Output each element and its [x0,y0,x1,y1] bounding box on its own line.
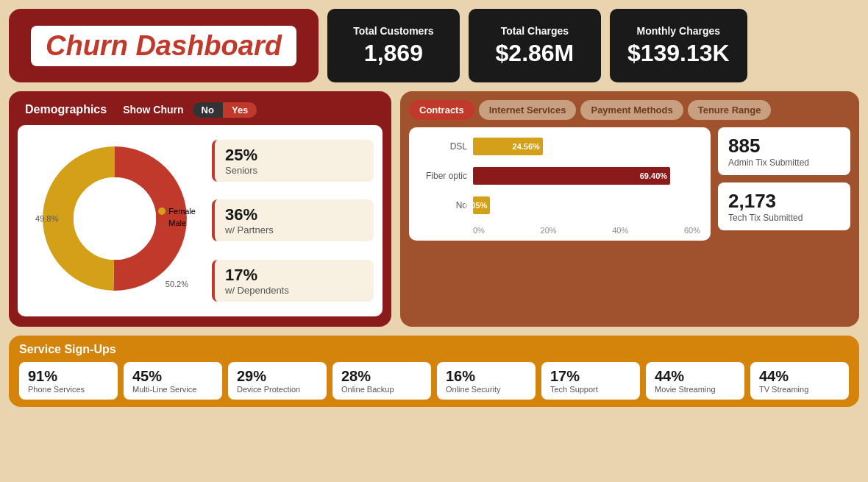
service-pct-1: 45% [132,368,213,385]
show-churn-toggle[interactable]: No Yes [193,102,257,118]
admin-tix-num: 885 [728,135,840,157]
bar-no-text: 6.05% [464,201,487,210]
service-card-1: 45% Multi-Line Service [124,362,222,400]
x-60: 60% [684,226,700,235]
service-card-5: 17% Tech Support [541,362,640,400]
total-charges-label: Total Charges [501,25,569,37]
dependents-stat: 17% w/ Dependents [212,260,374,302]
service-pct-5: 17% [550,368,631,385]
middle-row: Demographics Show Churn No Yes 49.8% 50.… [9,91,859,327]
bar-no: No 6.05% [419,196,700,214]
title-card: Churn Dashboard [9,9,319,82]
service-name-0: Phone Services [28,385,109,394]
monthly-charges-value: $139.13K [627,40,730,67]
total-charges-value: $2.86M [496,40,574,67]
right-stats: 885 Admin Tix Submitted 2,173 Tech Tix S… [718,127,850,241]
bar-fiber-track: 69.40% [473,167,700,185]
seniors-stat: 25% Seniors [212,140,374,182]
tab-internet-services[interactable]: Internet Services [479,100,577,120]
total-customers-card: Total Customers 1,869 [327,9,460,82]
donut-female-label: 49.8% [35,214,58,223]
service-name-7: TV Streaming [759,385,840,394]
show-churn-label: Show Churn [123,104,183,116]
service-card-6: 44% Movie Streaming [646,362,744,400]
service-signups-title: Service Sign-Ups [19,343,849,356]
male-label: Male [168,219,186,227]
dashboard-title: Churn Dashboard [31,26,296,66]
partners-desc: w/ Partners [225,224,363,235]
service-pct-7: 44% [759,368,840,385]
bar-fiber-fill: 69.40% [473,167,670,185]
dependents-desc: w/ Dependents [225,285,363,296]
female-label: Female [168,207,196,216]
service-name-4: Online Security [446,385,527,394]
right-content: DSL 24.56% Fiber optic 69.40% [409,127,850,241]
monthly-charges-label: Monthly Charges [637,25,721,37]
service-card-3: 28% Online Backup [332,362,431,400]
service-row: 91% Phone Services 45% Multi-Line Servic… [19,362,849,400]
service-card-2: 29% Device Protection [228,362,327,400]
legend-female: Female [158,207,196,216]
admin-tix-box: 885 Admin Tix Submitted [718,127,850,175]
bar-dsl-fill: 24.56% [473,138,543,155]
admin-tix-desc: Admin Tix Submitted [728,157,840,168]
x-0: 0% [473,226,485,235]
total-customers-label: Total Customers [353,25,433,37]
service-card-7: 44% TV Streaming [750,362,849,400]
service-pct-3: 28% [341,368,422,385]
service-card-4: 16% Online Security [437,362,536,400]
tab-tenure-range[interactable]: Tenure Range [688,100,772,120]
toggle-no-button[interactable]: No [193,102,223,118]
female-dot [158,208,166,215]
service-name-1: Multi-Line Service [132,385,213,394]
legend-male: Male [158,219,196,227]
bar-no-track: 6.05% [473,196,700,214]
bar-no-fill: 6.05% [473,196,490,214]
toggle-yes-button[interactable]: Yes [223,102,257,118]
x-40: 40% [612,226,628,235]
tab-payment-methods[interactable]: Payment Methods [580,100,683,120]
bar-fiber-label: Fiber optic [419,171,467,181]
svg-point-2 [74,177,156,260]
partners-pct: 36% [225,205,363,224]
donut-male-label: 50.2% [166,280,188,288]
partners-stat: 36% w/ Partners [212,199,374,241]
donut-legend: Female Male [158,207,196,230]
header-row: Churn Dashboard Total Customers 1,869 To… [9,9,859,82]
x-axis: 0% 20% 40% 60% [419,226,700,235]
service-signups-panel: Service Sign-Ups 91% Phone Services 45% … [9,336,859,407]
service-pct-2: 29% [237,368,318,385]
bar-dsl: DSL 24.56% [419,138,700,155]
service-name-5: Tech Support [550,385,631,394]
seniors-pct: 25% [225,146,363,165]
service-pct-4: 16% [446,368,527,385]
internet-panel: Contracts Internet Services Payment Meth… [400,91,859,327]
demographics-title: Demographics [18,100,114,119]
demographics-header: Demographics Show Churn No Yes [18,100,383,119]
tech-tix-desc: Tech Tix Submitted [728,213,840,223]
total-customers-value: 1,869 [364,40,423,67]
service-pct-0: 91% [28,368,109,385]
bar-chart-area: DSL 24.56% Fiber optic 69.40% [409,127,711,241]
bar-dsl-text: 24.56% [513,142,540,151]
seniors-desc: Seniors [225,165,363,176]
demographics-content: 49.8% 50.2% Female Male 25% Seniors [18,125,383,316]
monthly-charges-card: Monthly Charges $139.13K [610,9,747,82]
donut-chart-area: 49.8% 50.2% Female Male [26,134,203,303]
service-name-2: Device Protection [237,385,318,394]
service-name-6: Movie Streaming [655,385,736,394]
service-pct-6: 44% [655,368,736,385]
demographics-stats: 25% Seniors 36% w/ Partners 17% w/ Depen… [212,134,374,308]
dependents-pct: 17% [225,266,363,285]
bar-no-label: No [419,200,467,210]
x-20: 20% [541,226,557,235]
service-name-3: Online Backup [341,385,422,394]
tech-tix-box: 2,173 Tech Tix Submitted [718,182,850,230]
tab-contracts[interactable]: Contracts [409,100,474,120]
bar-fiber: Fiber optic 69.40% [419,167,700,185]
bar-dsl-track: 24.56% [473,138,700,155]
bar-fiber-text: 69.40% [640,171,667,180]
tab-row: Contracts Internet Services Payment Meth… [409,100,850,120]
male-dot [158,219,166,227]
demographics-panel: Demographics Show Churn No Yes 49.8% 50.… [9,91,391,327]
